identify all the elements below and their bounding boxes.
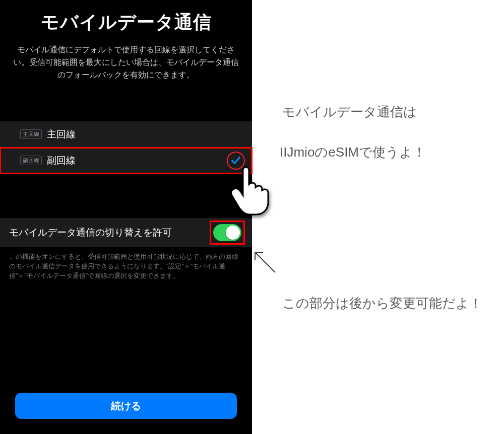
toggle-highlight-box <box>210 221 245 245</box>
secondary-badge: 副回線 <box>20 156 42 165</box>
toggle-help-text: この機能をオンにすると、受信可能範囲と使用可能状況に応じて、両方の回線のモバイル… <box>0 247 252 280</box>
page-subtitle: モバイル通信にデフォルトで使用する回線を選択してください。受信可能範囲を最大にし… <box>10 44 242 81</box>
toggle-section: モバイルデータ通信の切り替えを許可 この機能をオンにすると、受信可能範囲と使用可… <box>0 218 252 280</box>
annotation-text-3: この部分は後から変更可能だよ！ <box>282 292 482 314</box>
svg-line-0 <box>256 253 275 272</box>
checkmark-icon <box>230 155 241 166</box>
toggle-label: モバイルデータ通信の切り替えを許可 <box>9 226 210 239</box>
primary-label: 主回線 <box>47 128 76 141</box>
arrow-annotation-icon <box>252 249 277 274</box>
page-title: モバイルデータ通信 <box>10 10 242 35</box>
cellular-fallback-toggle-row[interactable]: モバイルデータ通信の切り替えを許可 <box>0 218 252 247</box>
line-option-primary[interactable]: 主回線 主回線 <box>0 121 252 148</box>
continue-button[interactable]: 続ける <box>15 393 237 419</box>
cellular-fallback-switch[interactable] <box>213 224 241 241</box>
secondary-label: 副回線 <box>47 154 76 167</box>
switch-knob <box>226 226 240 240</box>
ios-settings-screen: モバイルデータ通信 モバイル通信にデフォルトで使用する回線を選択してください。受… <box>0 0 252 434</box>
header: モバイルデータ通信 モバイル通信にデフォルトで使用する回線を選択してください。受… <box>0 0 252 86</box>
pointer-hand-icon <box>228 166 271 216</box>
primary-badge: 主回線 <box>20 129 42 139</box>
line-selection-list: 主回線 主回線 副回線 副回線 <box>0 121 252 174</box>
annotation-text-2: IIJmioのeSIMで使うよ！ <box>280 141 426 163</box>
line-option-secondary[interactable]: 副回線 副回線 <box>0 148 252 174</box>
annotation-text-1: モバイルデータ通信は <box>282 101 417 123</box>
